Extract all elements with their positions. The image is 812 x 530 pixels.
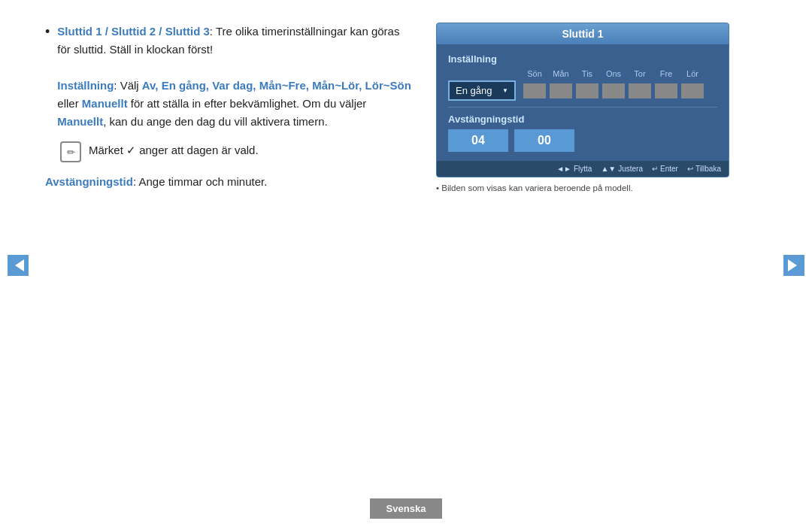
tv-dropdown[interactable]: En gång ▼: [448, 80, 516, 101]
flytta-icon: ◄►: [556, 165, 571, 173]
day-header-tor: Tor: [629, 69, 651, 78]
footer-justera: ▲▼ Justera: [601, 165, 643, 173]
inställning-label: Inställning: [57, 79, 114, 92]
manuellt-middle: för att ställa in efter bekvämlighet. Om…: [128, 97, 367, 110]
inställning-suffix: eller: [57, 97, 82, 110]
inställning-options: Av, En gång, Var dag, Mån~Fre, Mån~Lör, …: [142, 79, 411, 92]
dropdown-arrow-icon: ▼: [502, 87, 508, 94]
footer-flytta: ◄► Flytta: [556, 165, 592, 173]
flytta-label: Flytta: [574, 165, 592, 173]
tv-inställning-label: Inställning: [448, 53, 717, 65]
tv-title-bar: Sluttid 1: [437, 23, 729, 44]
tv-time-boxes: 04 00: [448, 129, 717, 152]
tv-hours-box[interactable]: 04: [448, 129, 508, 152]
day-btn-tor[interactable]: [629, 83, 651, 98]
day-header-man: Mån: [550, 69, 572, 78]
note-text: Märket ✓ anger att dagen är vald.: [89, 141, 259, 159]
enter-icon: ↵: [652, 165, 658, 173]
day-header-son: Sön: [523, 69, 546, 78]
note-icon: ✏: [60, 141, 81, 162]
tv-body: Inställning Sön Mån Tis Ons Tor Fre Lör: [437, 44, 729, 161]
right-column: Sluttid 1 Inställning Sön Mån Tis Ons To…: [436, 23, 729, 474]
manuellt-suffix: , kan du ange den dag du vill aktivera t…: [103, 115, 328, 128]
content-area: • Sluttid 1 / Sluttid 2 / Sluttid 3: Tre…: [0, 0, 812, 489]
tv-avstängningstid-label: Avstängningstid: [448, 114, 717, 125]
day-btn-son[interactable]: [523, 83, 546, 98]
left-column: • Sluttid 1 / Sluttid 2 / Sluttid 3: Tre…: [45, 23, 436, 474]
avstängningstid-suffix: : Ange timmar och minuter.: [133, 175, 267, 188]
tv-panel: Sluttid 1 Inställning Sön Mån Tis Ons To…: [436, 23, 729, 177]
day-btn-ons[interactable]: [602, 83, 625, 98]
manuellt-label1: Manuellt: [82, 97, 128, 110]
tv-footer: ◄► Flytta ▲▼ Justera ↵ Enter ↩ Tillbaka: [437, 161, 729, 177]
justera-icon: ▲▼: [601, 165, 616, 173]
note-section: ✏ Märket ✓ anger att dagen är vald.: [60, 141, 414, 162]
day-header-ons: Ons: [602, 69, 625, 78]
bullet-dot: •: [45, 24, 50, 40]
main-text-block: Sluttid 1 / Sluttid 2 / Sluttid 3: Tre o…: [57, 23, 414, 131]
day-headers-row: Sön Mån Tis Ons Tor Fre Lör: [523, 69, 717, 78]
tillbaka-label: Tillbaka: [695, 165, 721, 173]
day-btn-tis[interactable]: [576, 83, 598, 98]
tv-time-section: Avstängningstid 04 00: [448, 114, 717, 152]
day-buttons: [523, 83, 717, 98]
avstängningstid-text: Avstängningstid: Ange timmar och minuter…: [45, 173, 414, 191]
tv-dropdown-value: En gång: [456, 85, 492, 96]
footer-tillbaka: ↩ Tillbaka: [687, 165, 721, 173]
tillbaka-icon: ↩: [687, 165, 693, 173]
tv-minutes-box[interactable]: 00: [514, 129, 574, 152]
bottom-bar: Svenska: [0, 489, 812, 530]
day-btn-fre[interactable]: [655, 83, 677, 98]
panel-note: • Bilden som visas kan variera beroende …: [436, 183, 729, 192]
enter-label: Enter: [660, 165, 678, 173]
day-header-lor: Lör: [681, 69, 704, 78]
day-btn-lor[interactable]: [681, 83, 704, 98]
day-btn-man[interactable]: [550, 83, 572, 98]
bullet-section: • Sluttid 1 / Sluttid 2 / Sluttid 3: Tre…: [45, 23, 414, 131]
language-button[interactable]: Svenska: [370, 498, 443, 519]
separator-line: [448, 107, 717, 108]
avstängningstid-label: Avstängningstid: [45, 175, 133, 188]
sluttid-heading: Sluttid 1 / Sluttid 2 / Sluttid 3: [57, 25, 210, 38]
day-header-tis: Tis: [576, 69, 598, 78]
footer-enter: ↵ Enter: [652, 165, 678, 173]
day-header-fre: Fre: [655, 69, 677, 78]
page-container: • Sluttid 1 / Sluttid 2 / Sluttid 3: Tre…: [0, 0, 812, 530]
inställning-colon: : Välj: [114, 79, 142, 92]
justera-label: Justera: [618, 165, 643, 173]
tv-controls-row: En gång ▼: [448, 80, 717, 101]
manuellt-label2: Manuellt: [57, 115, 103, 128]
